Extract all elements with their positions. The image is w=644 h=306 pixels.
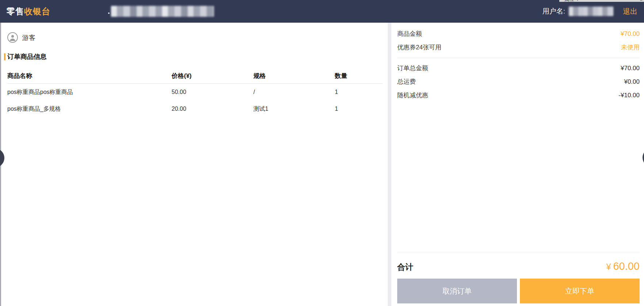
- place-order-button[interactable]: 立即下单: [520, 279, 640, 303]
- app-title-primary: 零售: [7, 7, 24, 16]
- customer-name: 游客: [22, 33, 35, 42]
- product-spec: 测试1: [253, 105, 335, 113]
- summary-divider: [397, 58, 640, 58]
- order-panel: 游客 订单商品信息 商品名称 价格(¥) 规格 数量 pos称重商品pos称重商…: [0, 23, 388, 306]
- top-edge-artifact: 属性 ▼ 2: [559, 0, 644, 2]
- goods-amount-label: 商品金额: [397, 30, 422, 38]
- table-row: pos称重商品pos称重商品 50.00 / 1: [7, 84, 383, 101]
- section-title: 订单商品信息: [7, 52, 47, 61]
- store-name-dot: [108, 12, 110, 14]
- random-discount-label: 随机减优惠: [397, 91, 428, 99]
- grand-total-value: 60.00: [613, 260, 640, 272]
- table-row: pos称重商品_多规格 20.00 测试1 1: [7, 101, 383, 117]
- checkout-panel: 商品金额 ¥70.00 优惠券24张可用 未使用 订单总金额 ¥70.00 总运…: [391, 23, 644, 306]
- grand-total-amount: ¥60.00: [606, 260, 640, 272]
- grand-total-label: 合计: [397, 262, 413, 273]
- coupon-status: 未使用: [621, 43, 640, 52]
- artifact-text-fragment: 属性 ▼: [564, 0, 580, 2]
- goods-table: 商品名称 价格(¥) 规格 数量 pos称重商品pos称重商品 50.00 / …: [7, 68, 383, 117]
- artifact-number-fragment: 2: [640, 0, 643, 1]
- product-price: 50.00: [172, 89, 253, 95]
- shipping-fee-value: ¥0.00: [624, 78, 640, 86]
- logout-button[interactable]: 退出: [623, 7, 637, 16]
- column-header-name: 商品名称: [7, 72, 172, 80]
- action-buttons: 取消订单 立即下单: [397, 279, 640, 303]
- product-name: pos称重商品pos称重商品: [7, 88, 172, 96]
- goods-table-header: 商品名称 价格(¥) 规格 数量: [7, 68, 383, 84]
- coupon-label: 优惠券24张可用: [397, 43, 441, 52]
- column-header-qty: 数量: [335, 72, 383, 80]
- customer-row: 游客: [7, 32, 383, 43]
- app-title: 零售收银台: [7, 6, 50, 17]
- username-label: 用户名:: [543, 7, 565, 16]
- product-qty: 1: [335, 89, 383, 95]
- section-accent-bar: [4, 53, 5, 60]
- order-total-row: 订单总金额 ¥70.00: [397, 61, 640, 75]
- grand-total-row: 合计 ¥60.00: [397, 252, 640, 279]
- username-redacted: [569, 7, 613, 16]
- main-content: 游客 订单商品信息 商品名称 价格(¥) 规格 数量 pos称重商品pos称重商…: [0, 23, 644, 306]
- user-avatar-icon: [7, 32, 18, 43]
- shipping-fee-row: 总运费 ¥0.00: [397, 75, 640, 88]
- goods-amount-value: ¥70.00: [621, 30, 640, 38]
- product-qty: 1: [335, 106, 383, 112]
- currency-symbol: ¥: [606, 262, 611, 272]
- random-discount-value: -¥10.00: [618, 92, 640, 99]
- shipping-fee-label: 总运费: [397, 78, 416, 86]
- product-price: 20.00: [172, 106, 253, 112]
- app-title-secondary: 收银台: [24, 7, 50, 16]
- cancel-order-button[interactable]: 取消订单: [397, 279, 517, 303]
- product-spec: /: [253, 89, 335, 95]
- panel-divider: [388, 23, 391, 306]
- order-total-value: ¥70.00: [621, 65, 640, 72]
- order-total-label: 订单总金额: [397, 64, 428, 72]
- store-name-redacted: [111, 6, 214, 17]
- column-header-spec: 规格: [253, 72, 335, 80]
- app-header: 零售收银台 用户名: 退出: [0, 0, 644, 23]
- product-name: pos称重商品_多规格: [7, 105, 172, 113]
- coupon-row[interactable]: 优惠券24张可用 未使用: [397, 41, 640, 54]
- order-section-header: 订单商品信息: [4, 52, 383, 61]
- goods-amount-row: 商品金额 ¥70.00: [397, 27, 640, 41]
- spacer: [397, 102, 640, 248]
- random-discount-row: 随机减优惠 -¥10.00: [397, 88, 640, 102]
- column-header-price: 价格(¥): [172, 72, 253, 80]
